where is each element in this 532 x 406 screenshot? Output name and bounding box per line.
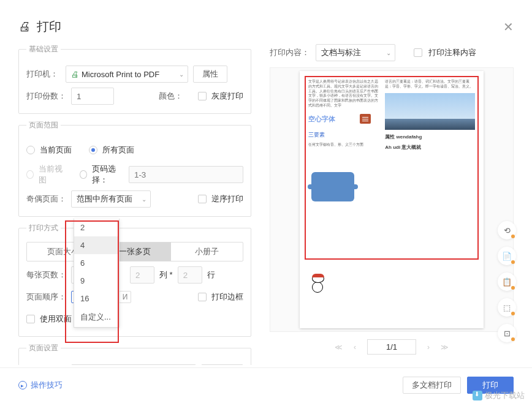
properties-button[interactable]: 属性 xyxy=(193,66,227,83)
preview-text-small: 任何文字都有音、形、义三个方面 xyxy=(308,143,379,148)
page-indicator[interactable]: 1/1 xyxy=(367,339,416,355)
first-page-icon[interactable]: ≪ xyxy=(335,343,343,351)
preview-text-right: 语言的三要素是：语音、词汇和语法。文字的三要素是：字音、字形、字义。即一字有读音… xyxy=(385,80,475,89)
page-setup-legend: 页面设置 xyxy=(26,343,61,353)
watermark-text: 极光下载站 xyxy=(485,390,525,401)
copies-input[interactable] xyxy=(71,88,114,105)
last-page-icon[interactable]: ≫ xyxy=(441,343,449,351)
color-label: 颜色： xyxy=(159,91,193,102)
preview-text-block: 文字是人类用符号记录表达信息以传之久远的方式和工具。现代文字大多是记录语言的工具… xyxy=(308,80,379,108)
close-button[interactable]: ✕ xyxy=(503,20,514,34)
comment-icon xyxy=(360,114,371,124)
range-legend: 页面范围 xyxy=(26,120,61,130)
columns-input[interactable] xyxy=(130,266,154,284)
border-checkbox[interactable] xyxy=(198,293,207,301)
annotations-checkbox[interactable] xyxy=(414,48,422,57)
col-label: 列 * xyxy=(159,269,173,280)
basic-settings-group: 基础设置 打印机： 🖨 Microsoft Print to PDF ⌄ 属性 … xyxy=(18,44,251,114)
page-range-group: 页面范围 当前页面 所有页面 当前视图 页码选择： 奇偶 xyxy=(18,120,251,217)
radio-current-page[interactable] xyxy=(26,146,35,154)
tool-copy-icon[interactable]: 📋 xyxy=(498,273,516,291)
title-text: 打印 xyxy=(37,18,61,35)
duplex-label: 使用双面 xyxy=(40,314,72,325)
printer-label: 打印机： xyxy=(26,69,61,80)
dropdown-opt-9[interactable]: 9 xyxy=(74,272,119,290)
print-dialog: 🖨 打印 ✕ 基础设置 打印机： 🖨 Microsoft Print to PD… xyxy=(0,0,532,406)
chevron-down-icon: ⌄ xyxy=(179,71,184,78)
printer-select[interactable]: 🖨 Microsoft Print to PDF ⌄ xyxy=(66,66,188,83)
dropdown-opt-custom[interactable]: 自定义... xyxy=(74,307,119,327)
preview-page: 文字是人类用符号记录表达信息以传之久远的方式和工具。现代文字大多是记录语言的工具… xyxy=(300,71,484,328)
dialog-footer: 操作技巧 多文档打印 打印 xyxy=(0,367,532,406)
annotations-label: 打印注释内容 xyxy=(428,47,476,58)
row-label: 行 xyxy=(207,269,215,280)
preview-area: 文字是人类用符号记录表达信息以传之久远的方式和工具。现代文字大多是记录语言的工具… xyxy=(270,67,514,332)
rows-input[interactable] xyxy=(178,266,202,284)
order-reversen-icon[interactable]: И xyxy=(119,291,131,303)
print-content-select[interactable]: 文档与标注 ⌄ xyxy=(316,44,395,61)
watermark-logo-icon xyxy=(473,391,482,400)
margin-button[interactable]: 页边距 xyxy=(201,364,243,365)
radio-current-view xyxy=(26,170,34,179)
print-method-group: 打印方式 页面大小 一张多页 小册子 每张页数： 4 ⌄ 列 * 行 xyxy=(18,223,251,337)
odd-even-value: 范围中所有页面 xyxy=(77,194,132,205)
print-content-label: 打印内容： xyxy=(270,47,310,58)
preview-controls: 打印内容： 文档与标注 ⌄ 打印注释内容 xyxy=(270,44,514,61)
preview-content: 文字是人类用符号记录表达信息以传之久远的方式和工具。现代文字大多是记录语言的工具… xyxy=(308,80,475,201)
grayscale-checkbox[interactable] xyxy=(198,92,207,100)
tips-text: 操作技巧 xyxy=(31,380,63,391)
dialog-title: 🖨 打印 xyxy=(18,18,61,35)
radio-all-pages[interactable] xyxy=(89,146,97,154)
hollow-text: 空心字体 xyxy=(308,115,335,124)
side-toolbar: ⟲ 📄 📋 ⬚ ⊡ xyxy=(498,221,516,342)
watermark: 极光下载站 xyxy=(473,390,525,401)
multi-doc-button[interactable]: 多文档打印 xyxy=(403,377,461,394)
blue-shape xyxy=(311,172,354,201)
copies-label: 打印份数： xyxy=(26,91,66,102)
prev-page-icon[interactable]: ‹ xyxy=(354,343,356,351)
page-setup-group: 页面设置 纸张大小： ⌄ 页边距 纸张方向： 横向 xyxy=(18,343,251,365)
reverse-checkbox[interactable] xyxy=(198,195,207,203)
page-select-input[interactable] xyxy=(129,166,243,183)
tool-rotate-icon[interactable]: ⟲ xyxy=(498,221,516,239)
print-icon: 🖨 xyxy=(18,20,31,34)
printer-device-icon: 🖨 xyxy=(71,70,79,79)
print-content-value: 文档与标注 xyxy=(321,47,361,58)
settings-panel: 基础设置 打印机： 🖨 Microsoft Print to PDF ⌄ 属性 … xyxy=(12,41,257,365)
grayscale-label: 灰度打印 xyxy=(211,91,243,102)
preview-panel: 打印内容： 文档与标注 ⌄ 打印注释内容 文字是人类用符号记录表达信息以传之久远 xyxy=(264,41,520,365)
reverse-label: 逆序打印 xyxy=(211,194,243,205)
pages-per-sheet-dropdown: 2 4 6 9 16 自定义... xyxy=(74,219,120,328)
attr-text1: 属性 wendafahg xyxy=(385,133,475,140)
printer-value: Microsoft Print to PDF xyxy=(82,70,159,79)
tab-booklet[interactable]: 小册子 xyxy=(171,242,243,261)
tool-crop-icon[interactable]: ⬚ xyxy=(498,298,516,317)
chevron-down-icon: ⌄ xyxy=(386,50,391,56)
pages-per-sheet-label: 每张页数： xyxy=(26,269,66,280)
attr-text2: Ah udi 意大概就 xyxy=(385,144,475,151)
next-page-icon[interactable]: › xyxy=(427,343,430,351)
dropdown-opt-2[interactable]: 2 xyxy=(74,219,119,236)
three-elements: 三要素 xyxy=(308,131,379,139)
label-current-view: 当前视图 xyxy=(39,164,64,186)
sky-image xyxy=(385,93,475,130)
odd-even-label: 奇偶页面： xyxy=(26,194,66,205)
tool-page-icon[interactable]: 📄 xyxy=(498,247,516,265)
tool-scan-icon[interactable]: ⊡ xyxy=(498,324,516,342)
label-all-pages: 所有页面 xyxy=(102,145,134,156)
tips-link[interactable]: 操作技巧 xyxy=(18,380,63,391)
radio-page-select[interactable] xyxy=(80,170,87,179)
bunny-graphic xyxy=(312,274,336,304)
paper-size-select[interactable]: ⌄ xyxy=(71,364,196,365)
order-label: 页面顺序： xyxy=(26,291,66,303)
dropdown-opt-16[interactable]: 16 xyxy=(74,290,119,307)
dropdown-opt-6[interactable]: 6 xyxy=(74,254,119,272)
chevron-down-icon: ⌄ xyxy=(142,196,146,203)
duplex-checkbox[interactable] xyxy=(26,315,35,323)
method-tabs: 页面大小 一张多页 小册子 xyxy=(26,242,243,261)
border-label: 打印边框 xyxy=(211,291,243,303)
dropdown-opt-4[interactable]: 4 xyxy=(74,236,119,254)
odd-even-select[interactable]: 范围中所有页面 ⌄ xyxy=(71,190,151,208)
label-page-select: 页码选择： xyxy=(92,164,124,186)
pager: ≪ ‹ 1/1 › ≫ xyxy=(270,332,514,362)
